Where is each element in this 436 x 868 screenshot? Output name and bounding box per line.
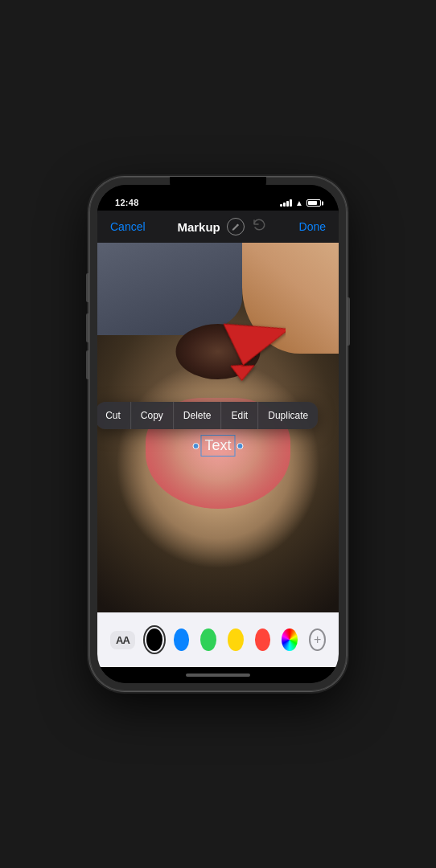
duplicate-button[interactable]: Duplicate — [258, 402, 318, 429]
edit-button[interactable]: Edit — [222, 402, 259, 429]
text-handle-right[interactable] — [237, 443, 244, 449]
add-color-button[interactable]: + — [309, 628, 326, 651]
dog-photo: Cut Copy Delete Edit Duplicate Text — [97, 243, 339, 612]
status-time: 12:48 — [115, 198, 139, 207]
bottom-toolbar: AA + — [97, 612, 339, 667]
undo-button[interactable] — [251, 217, 267, 236]
color-rainbow[interactable] — [282, 628, 298, 651]
phone-screen: 12:48 ▲ Cancel Markup — [97, 185, 339, 683]
wifi-icon: ▲ — [295, 199, 303, 207]
red-arrow — [221, 317, 286, 389]
nav-bar: Cancel Markup Done — [97, 211, 339, 243]
nav-title: Markup — [177, 217, 266, 236]
markup-icon[interactable] — [227, 218, 245, 235]
done-button[interactable]: Done — [299, 220, 326, 233]
font-size-button[interactable]: AA — [110, 631, 135, 649]
cancel-button[interactable]: Cancel — [110, 220, 146, 233]
status-icons: ▲ — [280, 199, 321, 207]
context-menu: Cut Copy Delete Edit Duplicate — [97, 402, 318, 429]
signal-icon — [280, 199, 292, 207]
notch — [170, 177, 266, 196]
color-black[interactable] — [146, 628, 162, 651]
text-element[interactable]: Text — [192, 435, 243, 457]
battery-icon — [306, 199, 321, 207]
text-content[interactable]: Text — [200, 435, 235, 457]
color-green[interactable] — [200, 628, 216, 651]
delete-button[interactable]: Delete — [174, 402, 222, 429]
cut-button[interactable]: Cut — [97, 402, 131, 429]
phone-frame: 12:48 ▲ Cancel Markup — [89, 177, 347, 691]
copy-button[interactable]: Copy — [131, 402, 174, 429]
home-bar — [186, 674, 250, 677]
home-indicator — [97, 667, 339, 683]
image-container[interactable]: Cut Copy Delete Edit Duplicate Text — [97, 243, 339, 612]
color-blue[interactable] — [174, 628, 190, 651]
color-red[interactable] — [255, 628, 271, 651]
color-yellow[interactable] — [228, 628, 244, 651]
text-handle-left[interactable] — [192, 443, 199, 449]
